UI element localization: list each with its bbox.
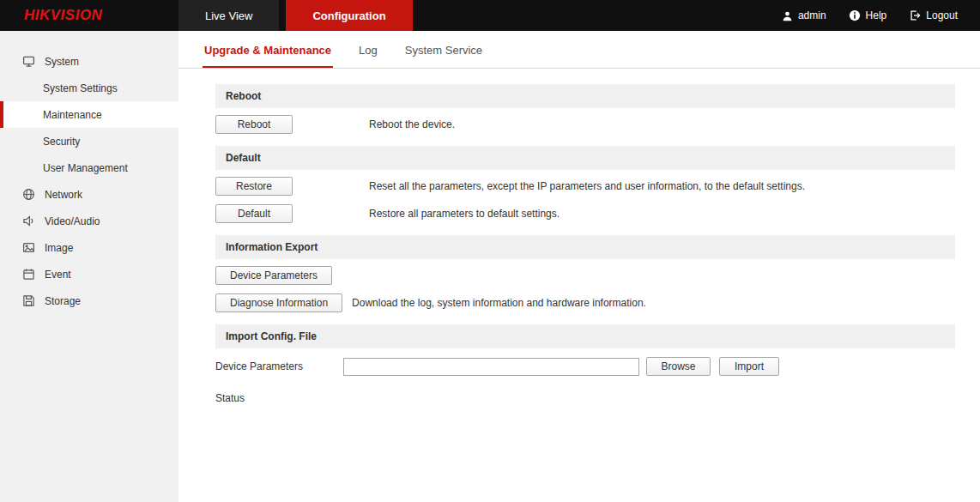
sidebar-item-label: Network (45, 189, 82, 201)
device-parameters-label: Device Parameters (215, 360, 343, 372)
sidebar-item-label: Security (43, 136, 80, 148)
video-audio-icon (22, 215, 43, 227)
image-icon (22, 241, 43, 254)
section-header-information-export: Information Export (215, 235, 955, 259)
logout-button[interactable]: Logout (909, 9, 958, 21)
section-reboot: Reboot Reboot Reboot the device. (215, 84, 955, 134)
reboot-button[interactable]: Reboot (215, 115, 293, 134)
topbar-right: admin Help Logout (782, 0, 980, 31)
sidebar-item-system-settings[interactable]: System Settings (0, 75, 178, 101)
sidebar-item-user-management[interactable]: User Management (0, 154, 178, 181)
top-navigation: Live View Configuration (178, 0, 420, 31)
diagnose-information-row: Diagnose Information Download the log, s… (215, 293, 955, 312)
section-import-config: Import Config. File Device Parameters Br… (215, 324, 955, 404)
restore-button[interactable]: Restore (215, 177, 293, 196)
sidebar-item-storage[interactable]: Storage (0, 287, 178, 314)
config-file-input[interactable] (343, 358, 639, 376)
diagnose-information-button[interactable]: Diagnose Information (215, 293, 342, 312)
import-config-row: Device Parameters Browse Import (215, 357, 955, 376)
event-icon (22, 268, 43, 281)
tab-configuration[interactable]: Configuration (286, 0, 412, 31)
tab-system-service[interactable]: System Service (403, 31, 484, 68)
sidebar-item-label: System Settings (43, 82, 118, 94)
restore-description: Reset all the parameters, except the IP … (369, 180, 805, 192)
device-parameters-export-row: Device Parameters (215, 266, 955, 285)
help-link[interactable]: Help (849, 9, 887, 21)
sidebar-item-label: Event (45, 269, 71, 281)
sidebar-item-label: Storage (45, 295, 81, 307)
topbar: HIKVISION Live View Configuration admin … (0, 0, 980, 31)
default-description: Restore all parameters to default settin… (369, 208, 560, 220)
logout-label: Logout (926, 9, 958, 21)
hikvision-logo: HIKVISION (0, 0, 178, 31)
help-label: Help (866, 9, 887, 21)
tab-log[interactable]: Log (357, 31, 379, 68)
sidebar-item-network[interactable]: Network (0, 181, 178, 208)
import-button[interactable]: Import (719, 357, 779, 376)
sidebar-item-label: Maintenance (43, 109, 102, 121)
reboot-description: Reboot the device. (369, 118, 455, 130)
main-panel: Upgrade & Maintenance Log System Service… (178, 31, 980, 502)
sidebar-item-maintenance[interactable]: Maintenance (0, 101, 178, 128)
tab-upgrade-maintenance[interactable]: Upgrade & Maintenance (203, 31, 333, 68)
section-information-export: Information Export Device Parameters Dia… (215, 235, 955, 312)
user-name: admin (798, 9, 826, 21)
section-header-reboot: Reboot (215, 84, 955, 108)
default-row: Default Restore all parameters to defaul… (215, 204, 955, 223)
configuration-tabs: Upgrade & Maintenance Log System Service (178, 31, 980, 69)
sidebar-item-security[interactable]: Security (0, 128, 178, 154)
section-header-import-config: Import Config. File (215, 324, 955, 348)
sidebar-item-label: User Management (43, 162, 128, 174)
hikvision-web-ui: HIKVISION Live View Configuration admin … (0, 0, 980, 502)
default-button[interactable]: Default (215, 204, 293, 223)
maintenance-content: Reboot Reboot Reboot the device. Default… (178, 69, 980, 416)
storage-icon (22, 294, 43, 307)
status-label: Status (215, 392, 955, 404)
sidebar: System System Settings Maintenance Secur… (0, 31, 178, 502)
section-default: Default Restore Reset all the parameters… (215, 146, 955, 223)
section-header-default: Default (215, 146, 955, 170)
browse-button[interactable]: Browse (646, 357, 711, 376)
sidebar-item-label: Video/Audio (45, 215, 100, 227)
system-icon (22, 55, 43, 68)
user-menu[interactable]: admin (782, 9, 826, 21)
reboot-row: Reboot Reboot the device. (215, 115, 955, 134)
restore-row: Restore Reset all the parameters, except… (215, 177, 955, 196)
network-icon (22, 188, 43, 201)
diagnose-description: Download the log, system information and… (352, 297, 646, 309)
help-icon (849, 9, 861, 21)
sidebar-item-video-audio[interactable]: Video/Audio (0, 208, 178, 234)
device-parameters-export-button[interactable]: Device Parameters (215, 266, 332, 285)
sidebar-item-event[interactable]: Event (0, 261, 178, 287)
user-icon (782, 10, 793, 21)
logout-icon (909, 9, 921, 21)
sidebar-item-image[interactable]: Image (0, 234, 178, 261)
sidebar-item-system[interactable]: System (0, 48, 178, 75)
sidebar-item-label: System (45, 56, 79, 68)
tab-live-view[interactable]: Live View (178, 0, 279, 31)
sidebar-item-label: Image (45, 242, 73, 254)
